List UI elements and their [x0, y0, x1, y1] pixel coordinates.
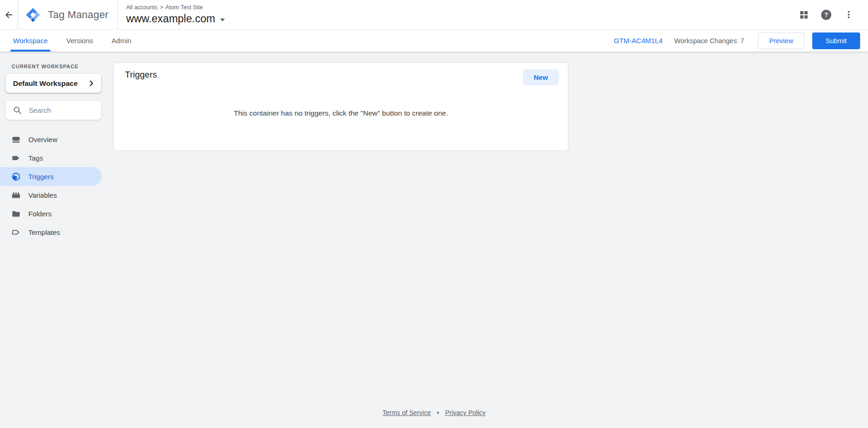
folder-icon — [12, 209, 20, 218]
breadcrumb-account-name[interactable]: Atom Test Site — [165, 4, 202, 11]
search-input[interactable] — [29, 106, 101, 114]
arrow-left-icon — [4, 10, 14, 20]
sidebar-item-label: Tags — [28, 154, 43, 162]
sidebar-item-label: Overview — [28, 136, 58, 143]
tabbar-actions: GTM-AC4M1L4 Workspace Changes: 7 Preview… — [614, 32, 860, 49]
tag-icon — [12, 154, 20, 162]
workspace-changes-count: 7 — [740, 37, 744, 45]
sidebar-item-variables[interactable]: Variables — [0, 186, 102, 204]
terms-of-service-link[interactable]: Terms of Service — [382, 409, 431, 416]
tab-workspace[interactable]: Workspace — [12, 30, 49, 52]
sidebar-item-label: Triggers — [28, 173, 53, 181]
container-domain: www.example.com — [126, 13, 215, 25]
container-id-link[interactable]: GTM-AC4M1L4 — [614, 37, 663, 45]
nav-tabs: Workspace Versions Admin — [12, 30, 132, 52]
sidebar-item-templates[interactable]: Templates — [0, 223, 102, 241]
triggers-card: Triggers New This container has no trigg… — [113, 62, 568, 151]
app-title: Tag Manager — [48, 9, 109, 21]
workspace-name: Default Workspace — [13, 79, 88, 88]
preview-button[interactable]: Preview — [758, 32, 804, 49]
sidebar-item-label: Variables — [28, 191, 57, 199]
trigger-icon — [12, 172, 20, 181]
sidebar: CURRENT WORKSPACE Default Workspace — [0, 52, 106, 428]
more-vertical-icon — [844, 10, 853, 19]
privacy-policy-link[interactable]: Privacy Policy — [445, 409, 485, 416]
page-footer: Terms of Service • Privacy Policy — [0, 409, 868, 416]
tag-manager-logo-icon — [25, 7, 41, 23]
workspace-tabbar: Workspace Versions Admin GTM-AC4M1L4 Wor… — [0, 30, 868, 52]
tab-versions[interactable]: Versions — [65, 30, 94, 52]
page-title: Triggers — [125, 70, 157, 80]
sidebar-item-overview[interactable]: Overview — [0, 130, 102, 149]
sidebar-item-triggers[interactable]: Triggers — [0, 167, 102, 186]
header-actions: ? — [795, 6, 868, 24]
sidebar-item-label: Templates — [28, 228, 60, 236]
workspace-changes-label: Workspace Changes: — [674, 37, 738, 45]
sidebar-item-tags[interactable]: Tags — [0, 149, 102, 167]
caret-down-icon — [220, 19, 225, 21]
search-icon — [13, 106, 22, 115]
container-selector[interactable]: www.example.com — [126, 13, 225, 25]
container-header: All accounts > Atom Test Site www.exampl… — [118, 4, 225, 25]
more-options-button[interactable] — [839, 6, 858, 24]
tag-manager-home-link[interactable]: Tag Manager — [18, 7, 117, 23]
sidebar-nav: Overview Tags Triggers — [0, 130, 106, 241]
help-icon: ? — [821, 10, 831, 20]
help-button[interactable]: ? — [817, 6, 835, 24]
breadcrumb-separator: > — [160, 4, 163, 11]
template-icon — [12, 228, 20, 237]
app-header: Tag Manager All accounts > Atom Test Sit… — [0, 0, 868, 30]
apps-grid-icon — [800, 11, 808, 19]
new-trigger-button[interactable]: New — [523, 69, 559, 85]
overview-icon — [12, 135, 20, 144]
variables-icon — [12, 191, 20, 200]
current-workspace-label: CURRENT WORKSPACE — [12, 64, 106, 69]
footer-separator: • — [437, 409, 439, 416]
breadcrumb-all-accounts[interactable]: All accounts — [126, 4, 157, 11]
tag-manager-app: Tag Manager All accounts > Atom Test Sit… — [0, 0, 868, 428]
breadcrumb: All accounts > Atom Test Site — [126, 4, 225, 11]
submit-button[interactable]: Submit — [812, 32, 860, 49]
empty-state-message: This container has no triggers, click th… — [114, 109, 568, 117]
workspace-selector[interactable]: Default Workspace — [6, 74, 101, 93]
workspace-changes: Workspace Changes: 7 — [674, 37, 744, 45]
sidebar-item-folders[interactable]: Folders — [0, 204, 102, 223]
tab-admin[interactable]: Admin — [111, 30, 132, 52]
sidebar-search — [6, 101, 101, 120]
sidebar-item-label: Folders — [28, 210, 52, 218]
chevron-right-icon — [88, 80, 94, 86]
google-apps-button[interactable] — [795, 6, 813, 24]
back-button[interactable] — [0, 0, 18, 29]
